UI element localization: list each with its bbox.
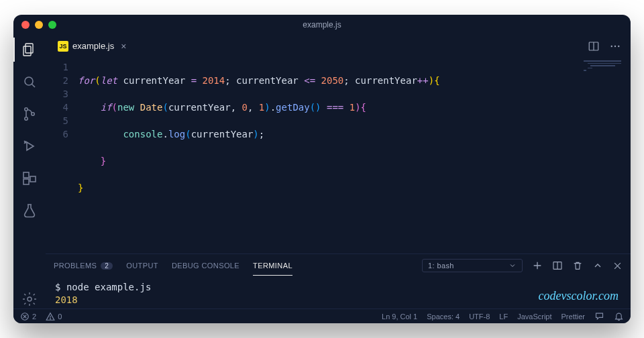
close-icon[interactable]: × (121, 41, 126, 52)
testing-icon[interactable] (20, 201, 39, 220)
search-icon[interactable] (20, 72, 39, 91)
status-indent[interactable]: Spaces: 4 (427, 313, 460, 321)
panel-tabs: PROBLEMS2 OUTPUT DEBUG CONSOLE TERMINAL … (46, 254, 631, 277)
window-title: example.js (13, 20, 631, 30)
minimap[interactable] (584, 60, 625, 87)
shell-selected-label: 1: bash (428, 262, 454, 270)
editor-tabs: JS example.js × (46, 35, 631, 58)
code-editor[interactable]: 123456 for(let currentYear = 2014; curre… (46, 58, 631, 253)
svg-rect-11 (30, 176, 36, 182)
svg-point-5 (25, 117, 28, 120)
tab-terminal[interactable]: TERMINAL (253, 256, 292, 276)
svg-rect-0 (25, 44, 33, 53)
svg-rect-1 (23, 46, 31, 56)
problems-count-badge: 2 (101, 262, 113, 270)
more-actions-icon[interactable] (609, 40, 621, 52)
tab-output[interactable]: OUTPUT (126, 256, 158, 275)
tab-example-js[interactable]: JS example.js × (51, 35, 133, 58)
extensions-icon[interactable] (20, 169, 39, 188)
svg-point-16 (614, 46, 616, 47)
titlebar: example.js (13, 15, 631, 35)
maximize-panel-icon[interactable] (592, 260, 603, 271)
maximize-dot[interactable] (48, 21, 56, 29)
chevron-down-icon (508, 262, 517, 270)
new-terminal-icon[interactable] (532, 260, 543, 271)
svg-line-3 (32, 84, 36, 88)
svg-rect-10 (23, 179, 29, 184)
code-content: for(let currentYear = 2014; currentYear … (78, 60, 631, 248)
svg-point-15 (611, 46, 612, 47)
traffic-lights (21, 21, 56, 29)
settings-gear-icon[interactable] (20, 290, 39, 308)
svg-point-4 (25, 108, 28, 111)
svg-point-17 (618, 46, 619, 47)
svg-point-2 (25, 77, 33, 85)
svg-marker-7 (27, 142, 34, 150)
close-dot[interactable] (21, 21, 30, 29)
status-encoding[interactable]: UTF-8 (469, 313, 490, 321)
status-eol[interactable]: LF (499, 313, 508, 321)
status-formatter[interactable]: Prettier (561, 313, 585, 321)
editor-window: example.js (13, 15, 631, 323)
main-area: JS example.js × 123456 for(let currentYe… (46, 35, 631, 308)
tab-label: example.js (72, 41, 114, 51)
line-gutter: 123456 (46, 60, 78, 248)
activity-bar (13, 35, 46, 308)
tab-problems[interactable]: PROBLEMS2 (54, 256, 113, 275)
tab-debug-console[interactable]: DEBUG CONSOLE (172, 256, 239, 275)
watermark: codevscolor.com (539, 289, 619, 303)
split-terminal-icon[interactable] (552, 260, 563, 271)
status-errors[interactable]: 2 (20, 312, 36, 321)
svg-rect-9 (23, 172, 29, 178)
svg-point-28 (50, 319, 51, 319)
terminal-selector[interactable]: 1: bash (422, 259, 523, 272)
debug-icon[interactable] (20, 137, 39, 156)
split-editor-icon[interactable] (588, 40, 600, 52)
svg-point-12 (28, 297, 32, 301)
explorer-icon[interactable] (20, 40, 39, 59)
kill-terminal-icon[interactable] (572, 260, 583, 271)
status-warnings[interactable]: 0 (46, 312, 62, 321)
status-bar: 2 0 Ln 9, Col 1 Spaces: 4 UTF-8 LF JavaS… (13, 308, 631, 323)
status-language[interactable]: JavaScript (517, 313, 551, 321)
js-file-icon: JS (58, 41, 68, 52)
status-cursor-pos[interactable]: Ln 9, Col 1 (382, 313, 417, 321)
source-control-icon[interactable] (20, 105, 39, 123)
feedback-icon[interactable] (594, 311, 604, 321)
minimize-dot[interactable] (35, 21, 43, 29)
bell-icon[interactable] (614, 311, 624, 321)
close-panel-icon[interactable] (612, 261, 623, 271)
editor-actions (588, 40, 631, 52)
